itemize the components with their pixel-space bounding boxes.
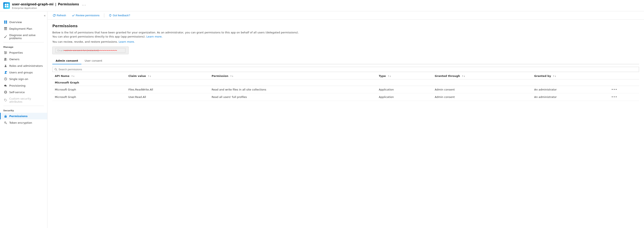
sidebar-users-groups-label: Users and groups [9,71,33,74]
sidebar-custom-security-label: Custom security attributes [9,97,44,103]
sidebar-provisioning-label: Provisioning [9,84,26,87]
review-permissions-button[interactable]: Review permissions [71,13,101,18]
cell-granted-through-2: Admin consent [432,93,532,101]
description-main: Below is the list of permissions that ha… [52,31,299,38]
svg-point-27 [110,14,111,16]
sort-icon-claim[interactable]: ↑↓ [148,75,151,77]
sidebar-item-provisioning[interactable]: Provisioning [0,82,47,89]
tab-user-consent[interactable]: User consent [82,58,106,64]
svg-point-19 [6,71,7,72]
sidebar-owners-label: Owners [9,58,19,61]
svg-rect-17 [5,65,6,65]
app-icon [3,2,10,9]
feedback-icon [109,14,112,17]
collapse-button[interactable]: « [44,14,46,17]
svg-rect-7 [4,30,7,30]
svg-point-14 [4,58,6,59]
permissions-table: API Name ↑↓ Claim value ↑↓ Permission ↑↓ [52,73,639,101]
sort-icon-granted-by[interactable]: ↑↓ [553,75,556,77]
learn-more-link-2[interactable]: Learn more. [119,40,135,43]
group-name: Microsoft Graph [52,79,639,86]
sidebar-sso-label: Single sign-on [9,78,28,81]
feedback-label: Got feedback? [113,14,130,17]
row-menu-1[interactable]: ••• [611,88,617,92]
main-content: Permissions Below is the list of permiss… [48,20,644,228]
toolbar-separator [104,14,104,18]
svg-point-12 [6,52,6,53]
revoke-description: You can review, revoke, and restore perm… [52,40,118,43]
circle-arrow-icon [4,77,7,81]
sort-icon-permission[interactable]: ↑↓ [230,75,234,77]
svg-rect-5 [4,28,7,29]
manage-section-label: Manage [0,43,47,49]
ellipsis-button[interactable]: ... [80,2,87,7]
description-text: Below is the list of permissions that ha… [52,31,300,39]
sidebar-item-deployment[interactable]: Deployment Plan [0,25,47,32]
svg-point-25 [5,116,6,117]
sidebar-item-sso[interactable]: Single sign-on [0,76,47,82]
sidebar-item-permissions[interactable]: Permissions [0,113,47,119]
sidebar-deployment-label: Deployment Plan [9,27,32,30]
table-row: Microsoft Graph Files.ReadWrite.All Read… [52,86,639,93]
sidebar-item-users-groups[interactable]: Users and groups [0,69,47,76]
app-title-main: user-assigned-graph-mi | Permissions ... [12,2,88,7]
sidebar-item-owners[interactable]: Owners [0,56,47,63]
sidebar-permissions-label: Permissions [9,115,28,118]
grid-icon [4,21,7,24]
sidebar-item-token-encryption[interactable]: Token encryption [0,119,47,126]
learn-more-link-1[interactable]: Learn more. [146,35,162,38]
cell-actions-1: ••• [609,86,639,93]
row-menu-2[interactable]: ••• [611,95,617,99]
globe-icon [4,91,7,94]
sidebar-item-custom-security[interactable]: Custom security attributes [0,95,47,105]
cell-api-name-2: Microsoft Graph [52,93,126,101]
sidebar-item-overview[interactable]: Overview [0,19,47,25]
feedback-button[interactable]: Got feedback? [108,13,132,18]
cell-granted-by-1: An administrator [532,86,609,93]
cell-actions-2: ••• [609,93,639,101]
tab-admin-consent[interactable]: Admin consent [52,58,82,64]
svg-rect-6 [4,29,7,30]
app-title-area: user-assigned-graph-mi | Permissions ...… [12,2,88,10]
sidebar-diagnose-label: Diagnose and solve problems [9,34,44,40]
revoke-text: You can review, revoke, and restore perm… [52,40,639,43]
search-icon [54,68,57,71]
cell-type-2: Application [376,93,432,101]
refresh-button[interactable]: Refresh [52,13,67,18]
sidebar-item-diagnose[interactable]: Diagnose and solve problems [0,32,47,42]
cell-permission-1: Read and write files in all site collect… [209,86,376,93]
table-header-row: API Name ↑↓ Claim value ↑↓ Permission ↑↓ [52,73,639,79]
page-name: Permissions [58,3,79,6]
check-icon [72,14,75,17]
sidebar-item-properties[interactable]: Properties [0,49,47,56]
security-section-label: Security [0,107,47,113]
svg-point-13 [5,53,6,54]
cell-granted-by-2: An administrator [532,93,609,101]
sort-icon-type[interactable]: ↑↓ [388,75,391,77]
svg-rect-2 [4,22,5,24]
sidebar-item-self-service[interactable]: Self-service [0,89,47,95]
sort-icon-api[interactable]: ↑↓ [71,75,75,77]
grant-consent-button[interactable]: Grant admin consent for [redacted] ~~~~~… [52,47,128,54]
people2-icon [4,71,7,74]
svg-point-11 [4,51,5,52]
sidebar-item-roles[interactable]: Roles and administrators [0,63,47,69]
sort-icon-granted-through[interactable]: ↑↓ [462,75,465,77]
app-name: user-assigned-graph-mi [12,3,54,6]
search-bar [52,67,639,72]
col-actions [609,73,639,79]
col-granted-by: Granted by ↑↓ [532,73,609,79]
people-icon [4,58,7,61]
svg-rect-4 [4,27,7,28]
svg-rect-1 [6,21,7,22]
svg-point-15 [6,58,7,59]
person-badge-icon [4,64,7,67]
search-input[interactable] [58,68,120,71]
col-api-name: API Name ↑↓ [52,73,126,79]
review-label: Review permissions [76,14,100,17]
svg-point-18 [5,71,6,72]
grant-button-area: Grant admin consent for [redacted] ~~~~~… [52,47,639,54]
sidebar-token-label: Token encryption [9,121,32,124]
cell-granted-through-1: Admin consent [432,86,532,93]
refresh-label: Refresh [57,14,66,17]
